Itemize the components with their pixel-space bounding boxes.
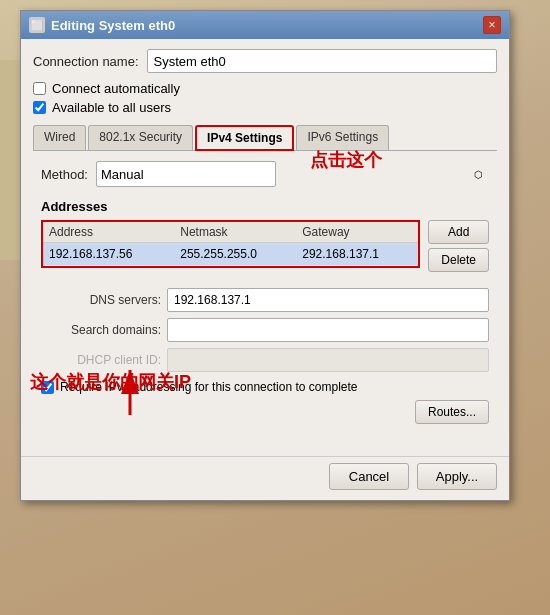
titlebar: ⬜ Editing System eth0 ×: [21, 11, 509, 39]
dhcp-client-id-row: DHCP client ID:: [41, 348, 489, 372]
routes-button[interactable]: Routes...: [415, 400, 489, 424]
auto-connect-label: Connect automatically: [52, 81, 180, 96]
tab-wired[interactable]: Wired: [33, 125, 86, 150]
addresses-table: Address Netmask Gateway 192.168.137.56 2…: [43, 222, 418, 266]
connection-name-label: Connection name:: [33, 54, 139, 69]
require-ipv4-row: Require IPv4 addressing for this connect…: [41, 380, 489, 394]
available-all-row: Available to all users: [33, 100, 497, 115]
method-label: Method:: [41, 167, 88, 182]
addresses-box: Address Netmask Gateway 192.168.137.56 2…: [41, 220, 420, 268]
addresses-layout: Address Netmask Gateway 192.168.137.56 2…: [41, 220, 489, 278]
tabs-container: Wired 802.1x Security IPv4 Settings IPv6…: [33, 125, 497, 151]
tab-panel-ipv4: Method: Manual Automatic (DHCP) Link-Loc…: [33, 151, 497, 442]
addresses-section-title: Addresses: [41, 199, 489, 214]
search-domains-input[interactable]: [167, 318, 489, 342]
require-ipv4-label: Require IPv4 addressing for this connect…: [60, 380, 358, 394]
titlebar-title: Editing System eth0: [51, 18, 175, 33]
method-select-wrapper: Manual Automatic (DHCP) Link-Local Only …: [96, 161, 489, 187]
select-arrow-icon: ⬡: [474, 169, 483, 180]
titlebar-icon: ⬜: [29, 17, 45, 33]
method-select[interactable]: Manual Automatic (DHCP) Link-Local Only …: [96, 161, 276, 187]
addresses-buttons: Add Delete: [428, 220, 489, 278]
method-row: Method: Manual Automatic (DHCP) Link-Loc…: [41, 161, 489, 187]
available-all-checkbox[interactable]: [33, 101, 46, 114]
require-ipv4-checkbox[interactable]: [41, 381, 54, 394]
routes-row: Routes...: [41, 400, 489, 424]
tab-ipv4[interactable]: IPv4 Settings: [195, 125, 294, 151]
auto-connect-row: Connect automatically: [33, 81, 497, 96]
cell-netmask: 255.255.255.0: [174, 243, 296, 266]
search-domains-row: Search domains:: [41, 318, 489, 342]
tab-ipv6[interactable]: IPv6 Settings: [296, 125, 389, 150]
available-all-label: Available to all users: [52, 100, 171, 115]
dialog-window: ⬜ Editing System eth0 × Connection name:…: [20, 10, 510, 501]
connection-name-row: Connection name:: [33, 49, 497, 73]
tab-8021x[interactable]: 802.1x Security: [88, 125, 193, 150]
delete-button[interactable]: Delete: [428, 248, 489, 272]
connection-name-input[interactable]: [147, 49, 497, 73]
table-row[interactable]: 192.168.137.56 255.255.255.0 292.168.137…: [43, 243, 418, 266]
dialog-content: Connection name: Connect automatically A…: [21, 39, 509, 452]
dns-servers-label: DNS servers:: [41, 293, 161, 307]
auto-connect-checkbox[interactable]: [33, 82, 46, 95]
col-header-address: Address: [43, 222, 174, 243]
dhcp-client-id-input: [167, 348, 489, 372]
search-domains-label: Search domains:: [41, 323, 161, 337]
apply-button[interactable]: Apply...: [417, 463, 497, 490]
cell-gateway: 292.168.137.1: [296, 243, 418, 266]
dialog-footer: Cancel Apply...: [21, 456, 509, 500]
addresses-table-wrapper: Address Netmask Gateway 192.168.137.56 2…: [41, 220, 420, 278]
add-button[interactable]: Add: [428, 220, 489, 244]
dns-servers-input[interactable]: [167, 288, 489, 312]
dhcp-client-id-label: DHCP client ID:: [41, 353, 161, 367]
cell-address: 192.168.137.56: [43, 243, 174, 266]
col-header-gateway: Gateway: [296, 222, 418, 243]
col-header-netmask: Netmask: [174, 222, 296, 243]
cancel-button[interactable]: Cancel: [329, 463, 409, 490]
close-button[interactable]: ×: [483, 16, 501, 34]
dns-servers-row: DNS servers:: [41, 288, 489, 312]
